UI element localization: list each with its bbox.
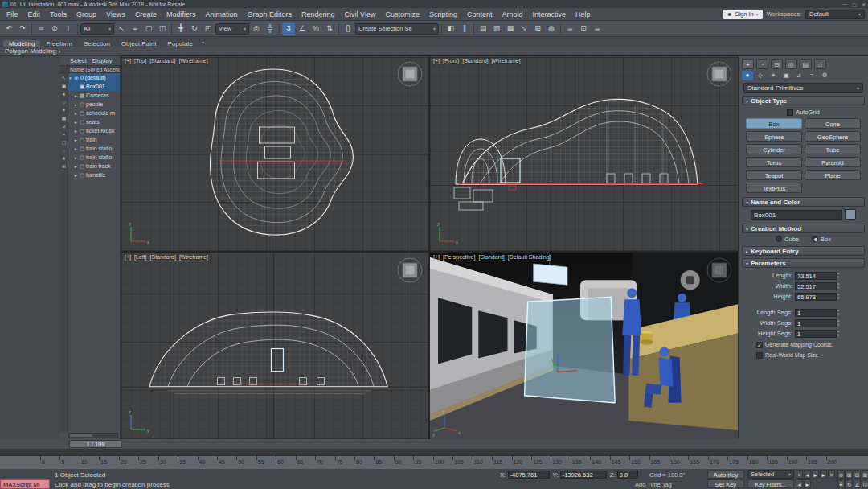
percent-snap-icon[interactable]: % — [309, 23, 322, 35]
sphere-button[interactable]: Sphere — [746, 131, 802, 142]
explorer-column-header[interactable]: Name (Sorted Ascending) — [60, 65, 120, 73]
filter-containers-icon[interactable]: ⊞ — [62, 162, 66, 171]
reference-coordinate-dropdown[interactable]: View▾ — [215, 23, 249, 35]
explorer-row-people[interactable]: ▸▢people — [68, 100, 120, 109]
create-tab[interactable]: + — [742, 59, 754, 69]
autogrid-toggle[interactable]: AutoGrid — [743, 108, 863, 117]
explorer-row-train-track[interactable]: ▸▢train track — [68, 162, 120, 171]
timeline-frame-0[interactable]: 0 — [40, 456, 59, 469]
render-production-icon[interactable]: ☕ — [591, 23, 604, 35]
pan-icon[interactable]: ╋ — [837, 479, 845, 488]
filter-helpers-icon[interactable]: ⊿ — [62, 122, 66, 130]
add-time-tag[interactable]: Add Time Tag — [635, 481, 672, 488]
timeline-frame-25[interactable]: 25 — [138, 456, 158, 469]
explorer-row-schedule-m[interactable]: ▸▢schedule m — [68, 109, 120, 117]
snaps-toggle-icon[interactable]: 3 — [282, 23, 295, 35]
spinner-control[interactable]: ▴▾ — [837, 330, 839, 337]
ribbon-tab-populate[interactable]: Populate — [162, 40, 199, 47]
timeline-ruler[interactable]: 0510152025303540455055606570758085909510… — [0, 455, 868, 469]
menu-modifiers[interactable]: Modifiers — [162, 8, 201, 21]
filter-cameras-icon[interactable]: ▦ — [62, 114, 67, 122]
render-setup-icon[interactable]: ☕ — [563, 23, 576, 35]
timeline-frame-150[interactable]: 150 — [629, 456, 649, 469]
param-length-segs-input[interactable]: 1 — [795, 309, 837, 317]
next-frame-button[interactable]: ► — [820, 470, 827, 479]
timeline-frame-140[interactable]: 140 — [590, 456, 609, 469]
use-pivot-center-icon[interactable]: ◎ — [250, 23, 263, 35]
motion-tab[interactable]: ◎ — [785, 59, 797, 69]
menu-customize[interactable]: Customize — [380, 8, 424, 21]
time-slider[interactable]: 1 / 199 — [0, 439, 868, 450]
timeline-frame-90[interactable]: 90 — [394, 456, 413, 469]
geosphere-button[interactable]: GeoSphere — [805, 131, 861, 142]
timeline-frame-170[interactable]: 170 — [708, 456, 727, 469]
viewport-left-label-3[interactable]: [Wireframe] — [179, 254, 208, 260]
previous-frame-button[interactable]: ◄ — [804, 470, 811, 479]
helpers-category[interactable]: ⊿ — [793, 71, 805, 80]
select-and-manipulate-icon[interactable]: ╬ — [264, 23, 276, 35]
timeline-frame-50[interactable]: 50 — [236, 456, 256, 469]
restore-button[interactable]: ▢ — [852, 2, 857, 7]
viewport-perspective-label-0[interactable]: [+] — [433, 254, 440, 260]
menu-scripting[interactable]: Scripting — [424, 8, 462, 21]
animation-mode-dropdown[interactable]: Selected ▾ — [747, 470, 794, 479]
zoom-extents-icon[interactable]: ⊡ — [854, 470, 861, 479]
time-slider-handle[interactable]: 1 / 199 — [69, 440, 122, 448]
selection-filter-dropdown[interactable]: All▾ — [80, 23, 114, 35]
param-length-input[interactable]: 73.514 — [795, 272, 837, 280]
timeline-frame-10[interactable]: 10 — [80, 456, 99, 469]
menu-rendering[interactable]: Rendering — [297, 8, 340, 21]
play-animation-button[interactable]: ► — [812, 470, 819, 479]
close-button[interactable]: ✕ — [862, 2, 866, 7]
orbit-icon[interactable]: ↻ — [845, 479, 853, 488]
timeline-frame-155[interactable]: 155 — [649, 456, 669, 469]
window-crossing-icon[interactable]: ◫ — [156, 23, 169, 35]
viewport-top[interactable]: [+][Top][Standard][Wireframe] x y — [121, 56, 428, 251]
bind-to-space-warp-icon[interactable]: ≀ — [62, 23, 75, 35]
cone-button[interactable]: Cone — [805, 118, 861, 129]
timeline-frame-145[interactable]: 145 — [610, 456, 629, 469]
timeline-frame-190[interactable]: 190 — [787, 456, 806, 469]
box-button[interactable]: Box — [746, 118, 802, 129]
explorer-row-train[interactable]: ▸▢train — [68, 135, 120, 144]
modify-tab[interactable]: ◔ — [756, 59, 768, 69]
viewport-top-label-2[interactable]: [Standard] — [149, 58, 175, 64]
menu-file[interactable]: File — [2, 8, 23, 21]
timeline-frame-40[interactable]: 40 — [198, 456, 217, 469]
viewport-perspective-label-1[interactable]: [Perspective] — [443, 254, 475, 260]
creation-method-box[interactable]: Box — [812, 236, 831, 243]
timeline-frame-180[interactable]: 180 — [747, 456, 767, 469]
explorer-horizontal-scrollbar[interactable] — [68, 433, 118, 438]
coordinate-z-input[interactable]: 0.0 — [617, 471, 638, 479]
timeline-frame-200[interactable]: 200 — [826, 456, 845, 469]
mirror-icon[interactable]: ◧ — [444, 23, 457, 35]
auto-key-button[interactable]: Auto Key — [707, 470, 744, 479]
subcategory-dropdown[interactable]: Standard Primitives ▾ — [743, 83, 863, 93]
select-and-link-icon[interactable]: ∞ — [35, 23, 47, 35]
timeline-frame-195[interactable]: 195 — [806, 456, 825, 469]
previous-key-button[interactable]: ◄ — [796, 479, 803, 488]
timeline-frame-65[interactable]: 65 — [296, 456, 315, 469]
select-object-icon[interactable]: ↖ — [115, 23, 128, 35]
timeline-frame-95[interactable]: 95 — [413, 456, 432, 469]
rollout-object-type-header[interactable]: ▾ Object Type — [742, 96, 865, 105]
explorer-row-train-statio[interactable]: ▸▢train statio — [68, 144, 120, 153]
ribbon-tab-freeform[interactable]: Freeform — [40, 40, 77, 47]
toggle-layer-explorer-icon[interactable]: ▥ — [490, 23, 503, 35]
timeline-frame-45[interactable]: 45 — [217, 456, 236, 469]
filter-bones-icon[interactable]: ⋔ — [62, 154, 66, 162]
shapes-category[interactable]: ◇ — [755, 71, 766, 80]
timeline-frame-175[interactable]: 175 — [727, 456, 747, 469]
timeline-frame-115[interactable]: 115 — [492, 456, 511, 469]
viewcube[interactable] — [396, 60, 424, 88]
spinner-control[interactable]: ▴▾ — [837, 319, 839, 327]
user-account-button[interactable]: ☻ Sign In ▾ — [723, 10, 763, 19]
timeline-frame-185[interactable]: 185 — [767, 456, 786, 469]
viewcube[interactable] — [706, 60, 733, 88]
timeline-frame-80[interactable]: 80 — [354, 456, 374, 469]
filter-groups-icon[interactable]: ▢ — [62, 138, 67, 146]
unlink-selection-icon[interactable]: ⊘ — [48, 23, 61, 35]
spinner-down-icon[interactable]: ▾ — [837, 276, 839, 280]
timeline-frame-30[interactable]: 30 — [158, 456, 178, 469]
explorer-select-icon[interactable]: ↖ — [62, 74, 66, 82]
